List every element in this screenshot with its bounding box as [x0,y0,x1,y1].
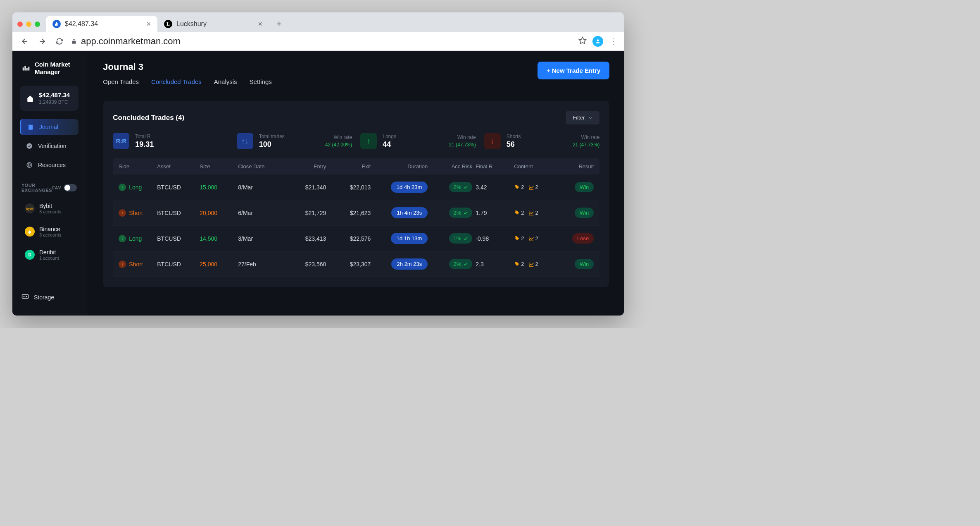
th-size: Size [200,163,235,170]
browser-tab-2[interactable]: L Luckshury × [157,16,269,33]
tab-open-trades[interactable]: Open Trades [103,78,139,88]
concluded-trades-panel: Concluded Trades (4) Filter R:R Total R … [103,101,609,287]
svg-rect-6 [24,66,26,71]
app-content: Coin MarketManager $42,487.34 1.24939 BT… [12,51,624,316]
deribit-icon: Đ [25,250,35,260]
trades-table: Side Asset Size Close Date Entry Exit Du… [113,158,599,277]
new-trade-button[interactable]: + New Trade Entry [538,62,609,79]
browser-menu-button[interactable]: ⋮ [609,40,617,43]
sidebar-item-resources[interactable]: Resources [20,157,78,173]
url-field[interactable]: app.coinmarketman.com [71,36,573,47]
cell-result: Lose [563,233,594,244]
nav-label: Journal [39,124,58,130]
stats-row: R:R Total R 19.31 ↑↓ Total trades 100 [113,133,599,149]
check-icon [463,210,468,215]
cell-duration: 1h 4m 23s [374,207,428,218]
svg-rect-9 [29,125,29,130]
tab-bar: $42,487.34 × L Luckshury × + [12,12,624,32]
cell-exit: $23,307 [329,261,371,268]
back-button[interactable] [19,36,31,47]
svg-point-13 [24,296,24,297]
tab-title: Luckshury [176,20,254,28]
browser-tab-1[interactable]: $42,487.34 × [46,16,157,33]
cell-acc-risk: 2% [431,182,472,192]
stat-value: 19.31 [135,140,154,149]
cell-result: Win [563,208,594,218]
profile-button[interactable] [592,36,603,47]
th-side: Side [119,163,154,170]
cell-size: 15,000 [200,184,235,191]
cell-final-r: 3.42 [476,184,511,191]
cell-close-date: 8/Mar [238,184,281,191]
cell-exit: $21,623 [329,210,371,216]
exchange-sub: 3 accounts [39,209,61,214]
nav-label: Resources [38,162,66,168]
cell-asset: BTCUSD [157,261,196,268]
traffic-lights [17,22,40,27]
table-row[interactable]: ↓Short BTCUSD 25,000 27/Feb $23,560 $23,… [113,251,599,277]
balance-card[interactable]: $42,487.34 1.24939 BTC [20,86,78,111]
fav-toggle[interactable] [64,184,77,191]
tab-close-icon[interactable]: × [146,20,151,29]
svg-rect-0 [55,24,56,26]
cell-exit: $22,013 [329,184,371,191]
cell-result: Win [563,259,594,269]
maximize-window-button[interactable] [35,22,40,27]
home-icon [26,95,34,102]
tab-close-icon[interactable]: × [258,20,262,29]
table-row[interactable]: ↑Long BTCUSD 15,000 8/Mar $21,340 $22,01… [113,175,599,200]
cell-duration: 1d 1h 13m [374,233,428,244]
close-window-button[interactable] [17,22,23,27]
panel-header: Concluded Trades (4) Filter [113,111,599,124]
fav-label: FAV [52,185,61,190]
cell-size: 25,000 [200,261,235,268]
table-row[interactable]: ↓Short BTCUSD 20,000 6/Mar $21,729 $21,6… [113,200,599,226]
new-tab-button[interactable]: + [272,16,286,32]
svg-point-18 [515,263,516,263]
bookmark-button[interactable] [578,36,587,46]
cell-entry: $23,413 [285,235,326,242]
url-text: app.coinmarketman.com [81,36,181,47]
sidebar-item-journal[interactable]: Journal [20,119,78,135]
sidebar-item-storage[interactable]: Storage [20,286,78,306]
svg-rect-5 [23,67,24,70]
th-content: Content [514,163,559,170]
th-result: Result [563,163,594,170]
main-header: Journal 3 Open Trades Concluded Trades A… [103,62,609,98]
stat-total-r: R:R Total R 19.31 [113,133,228,149]
cell-side: ↑Long [119,184,154,191]
exchange-item-binance[interactable]: ◆ Binance 3 accounts [20,222,78,241]
arrow-down-icon: ↓ [119,261,126,268]
tab-concluded-trades[interactable]: Concluded Trades [151,78,202,88]
stat-value: 56 [507,140,521,149]
cell-asset: BTCUSD [157,210,196,216]
forward-button[interactable] [36,36,48,47]
table-row[interactable]: ↑Long BTCUSD 14,500 3/Mar $23,413 $22,57… [113,226,599,251]
th-entry: Entry [285,163,326,170]
winrate-label: Win rate [325,134,352,140]
cell-result: Win [563,182,594,192]
bybit-icon: bybit [25,203,35,213]
cell-final-r: -0.98 [476,235,511,242]
check-icon [463,185,468,190]
minimize-window-button[interactable] [26,22,31,27]
svg-rect-8 [29,67,30,70]
cell-close-date: 6/Mar [238,210,281,216]
tab-analysis[interactable]: Analysis [214,78,237,88]
reload-button[interactable] [54,36,65,47]
tag-icon: 2 [514,184,524,190]
cell-content: 2 2 [514,235,559,241]
exchange-item-deribit[interactable]: Đ Deribit 1 account [20,245,78,265]
svg-marker-3 [579,37,586,44]
stat-value: 100 [259,140,285,149]
cell-close-date: 3/Mar [238,235,281,242]
cell-side: ↑Long [119,235,154,242]
stat-label: Shorts [507,134,521,139]
tab-settings[interactable]: Settings [250,78,272,88]
exchange-name: Bybit [39,203,61,209]
svg-point-14 [26,296,27,297]
cell-entry: $23,560 [285,261,326,268]
sidebar-item-verification[interactable]: Verification [20,138,78,154]
filter-button[interactable]: Filter [566,111,599,124]
exchange-item-bybit[interactable]: bybit Bybit 3 accounts [20,198,78,218]
